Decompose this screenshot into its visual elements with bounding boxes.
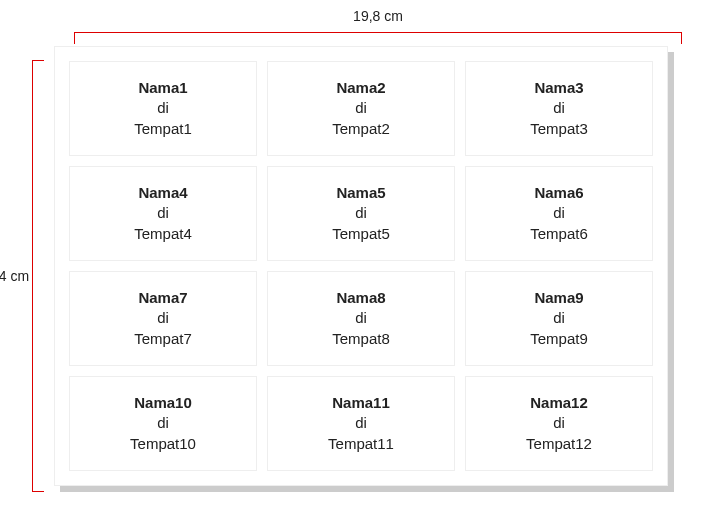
- label-separator: di: [157, 98, 169, 118]
- height-dimension-bracket: [32, 60, 44, 492]
- label-cell: Nama1 di Tempat1: [69, 61, 257, 156]
- label-cell: Nama3 di Tempat3: [465, 61, 653, 156]
- label-separator: di: [355, 413, 367, 433]
- label-name: Nama11: [332, 393, 390, 413]
- label-separator: di: [553, 413, 565, 433]
- label-cell: Nama8 di Tempat8: [267, 271, 455, 366]
- label-name: Nama1: [138, 78, 187, 98]
- label-place: Tempat2: [332, 119, 390, 139]
- label-name: Nama2: [336, 78, 385, 98]
- label-place: Tempat10: [130, 434, 196, 454]
- width-dimension-label: 19,8 cm: [74, 8, 682, 24]
- label-name: Nama10: [134, 393, 192, 413]
- label-separator: di: [553, 203, 565, 223]
- label-cell: Nama7 di Tempat7: [69, 271, 257, 366]
- label-separator: di: [553, 98, 565, 118]
- label-separator: di: [157, 203, 169, 223]
- label-name: Nama7: [138, 288, 187, 308]
- label-place: Tempat12: [526, 434, 592, 454]
- label-place: Tempat7: [134, 329, 192, 349]
- diagram-stage: 19,8 cm 14 cm Nama1 di Tempat1 Nama2 di …: [0, 0, 719, 518]
- label-cell: Nama6 di Tempat6: [465, 166, 653, 261]
- label-name: Nama9: [534, 288, 583, 308]
- label-name: Nama3: [534, 78, 583, 98]
- label-cell: Nama5 di Tempat5: [267, 166, 455, 261]
- label-name: Nama5: [336, 183, 385, 203]
- label-cell: Nama9 di Tempat9: [465, 271, 653, 366]
- label-place: Tempat9: [530, 329, 588, 349]
- label-sheet: Nama1 di Tempat1 Nama2 di Tempat2 Nama3 …: [54, 46, 668, 486]
- label-separator: di: [355, 308, 367, 328]
- label-cell: Nama2 di Tempat2: [267, 61, 455, 156]
- label-name: Nama4: [138, 183, 187, 203]
- width-dimension-bracket: [74, 32, 682, 44]
- label-place: Tempat1: [134, 119, 192, 139]
- label-separator: di: [553, 308, 565, 328]
- label-cell: Nama12 di Tempat12: [465, 376, 653, 471]
- label-place: Tempat8: [332, 329, 390, 349]
- label-separator: di: [157, 308, 169, 328]
- label-grid: Nama1 di Tempat1 Nama2 di Tempat2 Nama3 …: [69, 61, 653, 471]
- label-place: Tempat6: [530, 224, 588, 244]
- label-cell: Nama10 di Tempat10: [69, 376, 257, 471]
- label-name: Nama6: [534, 183, 583, 203]
- label-cell: Nama11 di Tempat11: [267, 376, 455, 471]
- label-separator: di: [157, 413, 169, 433]
- label-place: Tempat5: [332, 224, 390, 244]
- label-place: Tempat3: [530, 119, 588, 139]
- label-cell: Nama4 di Tempat4: [69, 166, 257, 261]
- label-name: Nama8: [336, 288, 385, 308]
- label-place: Tempat4: [134, 224, 192, 244]
- label-name: Nama12: [530, 393, 588, 413]
- label-separator: di: [355, 98, 367, 118]
- label-separator: di: [355, 203, 367, 223]
- label-place: Tempat11: [328, 434, 394, 454]
- height-dimension-label: 14 cm: [0, 60, 30, 492]
